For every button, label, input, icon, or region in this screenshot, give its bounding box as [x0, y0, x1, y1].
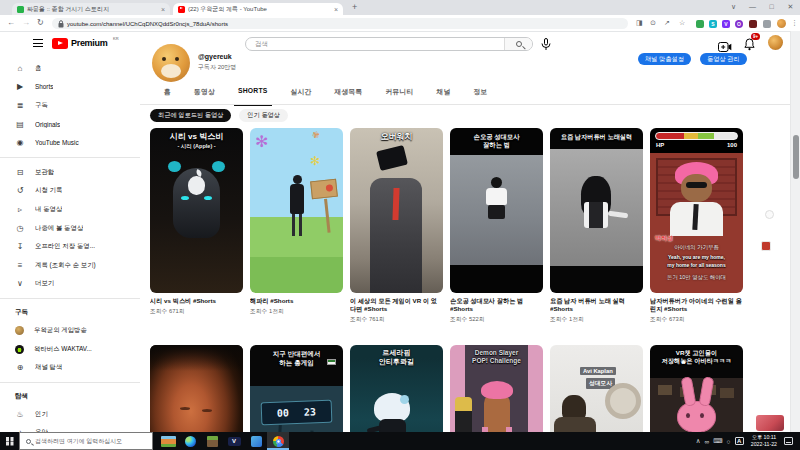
hidden-icons-chevron[interactable]: ∧	[696, 437, 701, 445]
account-avatar[interactable]	[768, 35, 783, 50]
new-tab-button[interactable]: +	[352, 2, 357, 12]
sidebar-item-shorts[interactable]: ▶ Shorts	[0, 78, 140, 97]
video-title[interactable]: 요즘 남자 버튜버 노래 실력 #Shorts	[550, 297, 643, 313]
video-thumbnail[interactable]: 요즘 남자버튜버 노래실력	[550, 128, 643, 293]
taskbar-search-box[interactable]: 검색하려면 여기에 입력하십시오	[19, 432, 153, 450]
taskbar-app-vrchat[interactable]: V	[223, 432, 245, 450]
side-panel-icon[interactable]: ◨	[636, 19, 643, 27]
bookmark-star-icon[interactable]: ☆	[679, 19, 685, 27]
sidebar-subscription-wakgood[interactable]: 우왁굳의 게임방송	[0, 321, 140, 340]
taskbar-app-chrome-active[interactable]	[267, 432, 289, 450]
browser-menu-kebab-icon[interactable]: ⋮	[791, 19, 798, 27]
shorts-card-2[interactable]: ✻ ✻ ✾ 해파리 #Shorts 조회수 1천회	[250, 128, 343, 323]
hamburger-menu-icon[interactable]	[33, 39, 43, 47]
video-views: 조회수 671회	[150, 307, 243, 316]
floating-circle-icon[interactable]	[765, 210, 774, 219]
scrollbar-thumb[interactable]	[793, 135, 799, 179]
video-thumbnail[interactable]: 시리 vs 빅스비 - 시리 (Apple) -	[150, 128, 243, 293]
sidebar-item-originals[interactable]: ▤ Originals	[0, 115, 140, 134]
thumbnail-subtext: 안티후롸길	[352, 358, 441, 366]
video-title[interactable]: 남자버튜버가 아이네의 수련일 올린지 #Shorts	[650, 297, 743, 313]
youtube-premium-wordmark[interactable]: Premium	[71, 38, 107, 48]
tray-circle-icon[interactable]: ○	[727, 438, 731, 445]
refresh-icon[interactable]: ↻	[37, 18, 44, 27]
video-title[interactable]: 손오공 성대모사 잘하는 법 #Shorts	[450, 297, 543, 313]
shorts-card-3[interactable]: 오버워치 이 세상의 모든 게임이 VR 이 었다면 #Shorts 조회수 7…	[350, 128, 443, 323]
sidebar-subscription-waktaverse[interactable]: 왁타버스 WAKTAV...	[0, 340, 140, 359]
browser-tab-1[interactable]: 짜몽울 :: 종합 거시기 스토리지 ×	[12, 3, 170, 15]
hp-value: 100	[727, 142, 737, 148]
manage-videos-button[interactable]: 동영상 관리	[700, 53, 747, 65]
action-center-icon[interactable]	[784, 437, 793, 445]
chip-popular[interactable]: 인기 동영상	[239, 109, 288, 122]
extension-icon-dark[interactable]	[749, 20, 757, 28]
keyboard-tray-icon[interactable]: ⌨	[713, 437, 722, 445]
share-icon[interactable]: ↗	[664, 19, 670, 27]
search-box[interactable]: 검색	[245, 37, 533, 51]
taskbar-app-3d-viewer[interactable]	[245, 432, 267, 450]
youtube-logo-icon[interactable]	[52, 38, 68, 49]
sidebar-item-music[interactable]: ♪ 음악	[0, 424, 140, 433]
extensions-puzzle-icon[interactable]	[763, 20, 771, 28]
sidebar-item-trending[interactable]: ♨ 인기	[0, 405, 140, 424]
thumbnail-text: VR챗 고인물이	[652, 349, 741, 356]
taskbar-app-game[interactable]	[157, 432, 179, 450]
video-title[interactable]: 시리 vs 빅스비 #Shorts	[150, 297, 243, 305]
video-thumbnail[interactable]: HP 100 박하성 아이네의 가기부음 Yeah, you are my ho…	[650, 128, 743, 293]
search-button[interactable]	[504, 38, 532, 50]
extension-icon-green[interactable]	[696, 20, 704, 28]
sidebar-item-downloads[interactable]: ↧ 오프라인 저장 동영...	[0, 237, 140, 256]
sidebar-item-browse-channels[interactable]: ⊕ 채널 탐색	[0, 358, 140, 377]
taskbar-clock[interactable]: 오후 10:11 2022-11-22	[751, 434, 777, 448]
video-title[interactable]: 해파리 #Shorts	[250, 297, 343, 305]
taskbar-app-minecraft[interactable]	[201, 432, 223, 450]
sidebar-item-playlist-gyereuk[interactable]: ≡ 계륵 (조회수 순 보기)	[0, 256, 140, 275]
shorts-card-5[interactable]: 요즘 남자버튜버 노래실력 요즘 남자 버튜버 노래 실력 #Shorts 조회…	[550, 128, 643, 323]
tab-search-icon[interactable]: ∨	[724, 0, 743, 14]
extension-icon-s[interactable]: S	[709, 20, 717, 28]
link-tray-icon[interactable]: ∞	[705, 438, 710, 445]
shorts-card-6[interactable]: HP 100 박하성 아이네의 가기부음 Yeah, you are my ho…	[650, 128, 743, 323]
maximize-button[interactable]: □	[762, 0, 781, 14]
sidebar-item-watch-later[interactable]: ◷ 나중에 볼 동영상	[0, 219, 140, 238]
shorts-card-1[interactable]: 시리 vs 빅스비 - 시리 (Apple) - 시리 vs 빅스비 #Shor…	[150, 128, 243, 323]
home-icon: ⌂	[15, 64, 25, 73]
search-input[interactable]: 검색	[246, 40, 504, 49]
thumbnail-text: 손오공 성대모사	[452, 133, 541, 140]
start-button[interactable]	[0, 432, 19, 450]
forward-icon[interactable]: →	[22, 18, 30, 27]
sidebar-item-show-more[interactable]: ∨ 더보기	[0, 275, 140, 294]
sidebar-item-subscriptions[interactable]: ≣ 구독	[0, 96, 140, 115]
voice-search-mic-icon[interactable]	[541, 37, 551, 55]
video-thumbnail[interactable]: 손오공 성대모사 잘하는 법	[450, 128, 543, 293]
sidebar-item-home[interactable]: ⌂ 홈	[0, 59, 140, 78]
video-title[interactable]: 이 세상의 모든 게임이 VR 이 었다면 #Shorts	[350, 297, 443, 313]
video-thumbnail[interactable]: 오버워치	[350, 128, 443, 293]
sidebar-item-youtube-music[interactable]: ◉ YouTube Music	[0, 133, 140, 152]
tab-close-icon[interactable]: ×	[161, 6, 165, 13]
browser-profile-avatar[interactable]	[777, 19, 786, 28]
url-bar[interactable]: youtube.com/channel/UChCqDNXQddSr0ncjs_7…	[52, 18, 628, 29]
extension-icon-o[interactable]: O	[735, 20, 743, 28]
ime-language-indicator[interactable]: A	[735, 437, 744, 445]
page-scrollbar[interactable]	[790, 31, 800, 432]
browser-tab-2-active[interactable]: (22) 우왁굳의 계륵 - YouTube ×	[173, 3, 343, 15]
floating-extension-icon[interactable]	[761, 241, 771, 251]
channel-avatar[interactable]	[152, 44, 190, 82]
tab-close-icon[interactable]: ×	[334, 6, 338, 13]
shorts-card-4[interactable]: 손오공 성대모사 잘하는 법 손오공 성대모사 잘하는 법 #Shorts 조회…	[450, 128, 543, 323]
back-icon[interactable]: ←	[7, 18, 15, 27]
zoom-icon[interactable]: ⊙	[650, 19, 656, 27]
video-thumbnail[interactable]: ✻ ✻ ✾	[250, 128, 343, 293]
chip-recently-uploaded[interactable]: 최근에 업로드된 동영상	[150, 109, 231, 122]
customize-channel-button[interactable]: 채널 맞춤설정	[638, 53, 691, 65]
minimize-button[interactable]: —	[743, 0, 762, 14]
extension-icon-v[interactable]: V	[722, 20, 730, 28]
close-button[interactable]: ✕	[781, 0, 800, 14]
plus-circle-icon: ⊕	[15, 363, 25, 372]
sidebar-item-library[interactable]: ⊟ 보관함	[0, 163, 140, 182]
sidebar-item-history[interactable]: ↺ 시청 기록	[0, 182, 140, 201]
sidebar-item-your-videos[interactable]: ▹ 내 동영상	[0, 200, 140, 219]
taskbar-app-edge[interactable]	[179, 432, 201, 450]
apple-logo-graphic	[188, 176, 205, 195]
